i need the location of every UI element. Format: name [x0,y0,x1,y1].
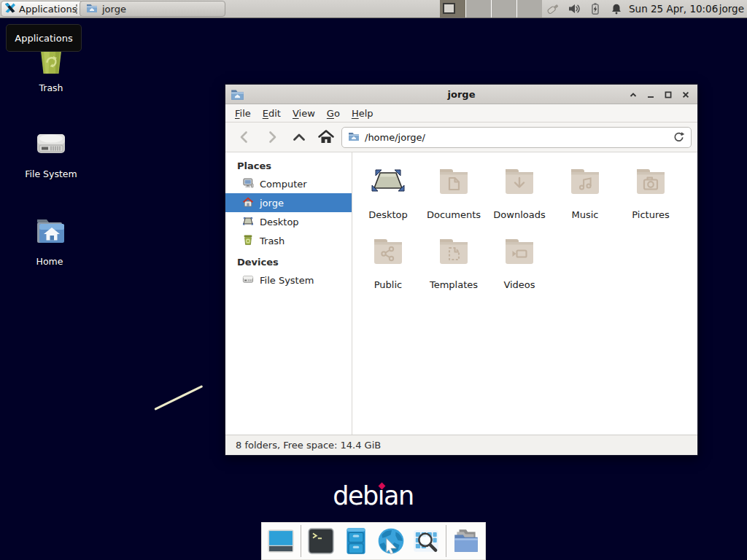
menu-file[interactable]: File [235,108,251,119]
file-folder-icon[interactable] [451,526,481,556]
folder-documents-icon [436,164,471,202]
taskbar-window-button[interactable]: jorge [80,1,225,17]
trash-icon [242,234,254,248]
workspace-window-preview [443,3,455,14]
file-label: Templates [430,279,478,290]
file-item-downloads[interactable]: Downloads [487,164,552,220]
shade-button[interactable] [626,88,640,102]
file-item-music[interactable]: Music [552,164,618,220]
workspace-pager [440,0,542,18]
web-browser-icon[interactable] [376,526,406,556]
menu-view[interactable]: View [293,108,315,119]
devices-header: Devices [225,253,352,271]
file-label: Documents [427,209,481,220]
sidebar-item-label: jorge [260,198,284,209]
sidebar-item-file-system[interactable]: File System [225,271,352,289]
file-manager-icon[interactable] [341,526,371,556]
sidebar-item-computer[interactable]: Computer [225,174,352,193]
system-tray [546,0,624,18]
home-folder-icon [32,214,67,253]
sidebar-item-label: Trash [260,236,285,246]
places-header: Places [225,157,352,174]
computer-icon [242,177,254,191]
panel-username[interactable]: jorge [719,0,744,18]
menu-edit[interactable]: Edit [263,108,281,119]
file-manager-window: jorge File Edit View Go Help [225,84,698,456]
file-grid: Desktop [352,152,697,436]
dock-panel [261,522,486,560]
desktop-icon [242,215,254,229]
volume-icon[interactable] [567,1,581,16]
folder-templates-icon [436,234,471,272]
folder-videos-icon [502,234,537,272]
window-controls [626,85,693,104]
task-button-label: jorge [102,4,126,15]
desktop-icon-label: Home [36,256,63,267]
file-item-videos[interactable]: Videos [487,234,552,290]
minimize-button[interactable] [643,88,658,102]
panel-clock[interactable]: Sun 25 Apr, 10:06 [629,0,718,18]
menubar: File Edit View Go Help [225,104,697,122]
applications-label: Applications [19,4,77,15]
window-titlebar[interactable]: jorge [225,85,697,104]
workspace-1[interactable] [440,0,465,18]
sidebar-item-jorge[interactable]: jorge [225,193,352,212]
dock-separator [446,525,446,557]
sidebar-item-desktop[interactable]: Desktop [225,212,352,231]
xfce-logo-icon [4,2,16,16]
sidebar-item-trash[interactable]: Trash [225,231,352,250]
file-label: Desktop [368,209,408,220]
desktop-icon [371,164,406,202]
desktop-icon-home[interactable]: Home [15,214,85,267]
dock-separator [301,525,301,557]
up-button[interactable] [290,128,308,146]
file-item-public[interactable]: Public [355,234,421,290]
sidebar-item-label: File System [260,275,314,286]
menu-help[interactable]: Help [352,108,374,119]
applications-tooltip: Applications [6,24,82,52]
drive-icon [34,126,69,166]
workspace-4[interactable] [516,0,542,18]
desktop: Applications jorge [0,0,747,560]
file-item-documents[interactable]: Documents [421,164,487,220]
close-button[interactable] [678,88,693,102]
address-text: /home/jorge/ [365,132,425,143]
file-item-templates[interactable]: Templates [421,234,487,290]
back-button[interactable] [236,128,253,146]
folder-icon [348,131,360,144]
forward-button[interactable] [263,128,281,146]
file-label: Downloads [493,209,545,220]
notifications-icon[interactable] [609,1,624,16]
workspace-2[interactable] [465,0,491,18]
folder-icon [86,2,98,16]
sidebar-item-label: Desktop [260,217,299,228]
top-panel: Applications jorge [0,0,747,18]
input-device-icon[interactable] [546,1,560,16]
terminal-icon[interactable] [306,526,336,556]
home-icon [242,196,254,210]
window-content: Places Computer [225,152,697,436]
home-button[interactable] [317,128,335,146]
file-label: Public [374,279,402,290]
workspace-3[interactable] [491,0,516,18]
file-label: Pictures [632,209,669,220]
file-item-pictures[interactable]: Pictures [618,164,684,220]
status-text: 8 folders, Free space: 14.4 GiB [236,440,381,451]
debian-logo: debıan [295,481,452,510]
menu-go[interactable]: Go [327,108,340,119]
stray-line-artifact [154,385,203,411]
desktop-icon-file-system[interactable]: File System [16,126,86,179]
desktop-icon-label: File System [25,168,77,179]
file-label: Videos [503,279,535,290]
folder-public-icon [371,234,406,272]
maximize-button[interactable] [661,88,676,102]
app-finder-icon[interactable] [411,526,441,556]
toolbar: /home/jorge/ [225,122,697,152]
file-item-desktop[interactable]: Desktop [355,164,421,220]
applications-menu-button[interactable]: Applications [1,1,83,17]
reload-button[interactable] [673,131,685,145]
show-desktop-icon[interactable] [266,526,296,556]
sidebar-item-label: Computer [260,179,307,190]
address-bar[interactable]: /home/jorge/ [341,127,692,148]
battery-charging-icon[interactable] [588,1,603,16]
